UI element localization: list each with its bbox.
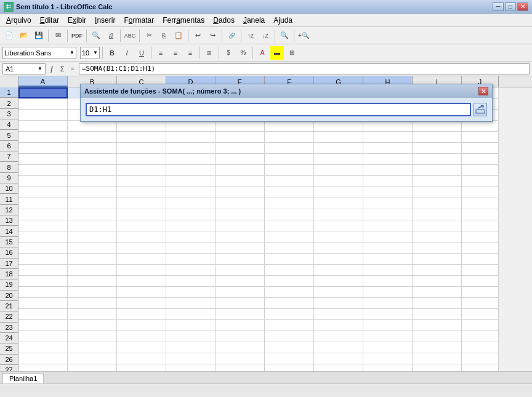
menu-exibir[interactable]: Exibir xyxy=(64,15,90,26)
menu-dados[interactable]: Dados xyxy=(209,15,238,26)
row-header-25[interactable]: 25 xyxy=(0,343,18,354)
row-header-5[interactable]: 5 xyxy=(0,130,18,140)
row-header-10[interactable]: 10 xyxy=(0,183,18,194)
row-header-6[interactable]: 6 xyxy=(0,141,18,151)
redo-button[interactable]: ↪ xyxy=(206,29,219,42)
font-size-arrow: ▼ xyxy=(93,50,98,55)
menu-arquivo[interactable]: Arquivo xyxy=(2,15,35,26)
merge-button[interactable]: ⊞ xyxy=(203,46,216,60)
row-header-14[interactable]: 14 xyxy=(0,226,18,236)
row-header-7[interactable]: 7 xyxy=(0,151,18,162)
row-header-1[interactable]: 1 xyxy=(0,87,18,98)
row-header-20[interactable]: 20 xyxy=(0,291,18,301)
zoom-in-button[interactable]: +🔍 xyxy=(297,29,310,42)
paste-button[interactable]: 📋 xyxy=(172,29,185,42)
separator7 xyxy=(222,30,222,42)
row-header-8[interactable]: 8 xyxy=(0,162,18,172)
row-header-19[interactable]: 19 xyxy=(0,279,18,290)
cut-button[interactable]: ✂ xyxy=(142,29,156,42)
menu-inserir[interactable]: Inserir xyxy=(91,15,119,26)
find-button[interactable]: 🔍 xyxy=(278,29,291,42)
row-header-21[interactable]: 21 xyxy=(0,301,18,311)
font-size-box[interactable]: 10 ▼ xyxy=(80,47,100,59)
menu-ajuda[interactable]: Ajuda xyxy=(270,15,296,26)
separator8 xyxy=(241,30,241,42)
corner-cell xyxy=(0,76,18,87)
row-header-15[interactable]: 15 xyxy=(0,237,18,247)
spellcheck-button[interactable]: ABC xyxy=(123,29,137,42)
menu-ferramentas[interactable]: Ferramentas xyxy=(159,15,208,26)
print-preview-button[interactable]: 🔍 xyxy=(89,29,103,42)
sort-desc-button[interactable]: ↓Z xyxy=(259,29,272,42)
percent-button[interactable]: % xyxy=(236,46,250,60)
bold-button[interactable]: B xyxy=(105,46,119,60)
cell-reference-box[interactable]: A1 ▼ xyxy=(2,63,46,74)
menu-editar[interactable]: Editar xyxy=(36,15,63,26)
table-row xyxy=(18,342,532,353)
row-header-12[interactable]: 12 xyxy=(0,205,18,215)
print-button[interactable]: 🖨 xyxy=(104,29,118,42)
pdf-button[interactable]: PDF xyxy=(70,29,84,42)
row-header-3[interactable]: 3 xyxy=(0,109,18,119)
sheet-tab-1[interactable]: Planilha1 xyxy=(2,373,44,383)
statusbar xyxy=(0,383,532,397)
titlebar: Sem título 1 - LibreOffice Calc ─ □ ✕ xyxy=(0,0,532,14)
row-header-2[interactable]: 2 xyxy=(0,98,18,108)
align-center-button[interactable]: ≡ xyxy=(169,46,182,60)
row-header-26[interactable]: 26 xyxy=(0,355,18,365)
row-header-18[interactable]: 18 xyxy=(0,269,18,279)
grid xyxy=(18,87,532,397)
dialog-shrink-button[interactable] xyxy=(474,103,487,116)
separator9 xyxy=(275,30,275,42)
save-button[interactable]: 💾 xyxy=(32,29,46,42)
open-button[interactable]: 📂 xyxy=(17,29,31,42)
currency-button[interactable]: $ xyxy=(222,46,235,60)
font-color-button[interactable]: A xyxy=(256,46,269,60)
sort-asc-button[interactable]: ↑Z xyxy=(244,29,257,42)
table-row xyxy=(18,320,532,331)
row-header-11[interactable]: 11 xyxy=(0,194,18,204)
row-header-17[interactable]: 17 xyxy=(0,259,18,269)
spreadsheet-area: A B C D E F G H I J 1 2 3 4 5 6 7 8 9 xyxy=(0,76,532,397)
menu-janela[interactable]: Janela xyxy=(240,15,268,26)
maximize-button[interactable]: □ xyxy=(505,2,516,11)
copy-button[interactable]: ⎘ xyxy=(157,29,171,42)
undo-button[interactable]: ↩ xyxy=(191,29,204,42)
email-button[interactable]: ✉ xyxy=(51,29,65,42)
separator6 xyxy=(188,30,188,42)
app-icon xyxy=(4,2,14,12)
hyperlink-button[interactable]: 🔗 xyxy=(225,29,238,42)
row-header-22[interactable]: 22 xyxy=(0,311,18,322)
row-header-4[interactable]: 4 xyxy=(0,119,18,130)
menu-formatar[interactable]: Formatar xyxy=(120,15,158,26)
row-header-24[interactable]: 24 xyxy=(0,333,18,343)
table-row xyxy=(18,154,532,165)
row-header-23[interactable]: 23 xyxy=(0,323,18,333)
underline-button[interactable]: U xyxy=(135,46,148,60)
border-button[interactable]: ⊞ xyxy=(285,46,299,60)
cell-a1[interactable] xyxy=(18,87,68,98)
italic-button[interactable]: I xyxy=(120,46,134,60)
table-row xyxy=(18,187,532,198)
formula-input[interactable] xyxy=(79,63,530,74)
cell-a2[interactable] xyxy=(18,98,68,110)
align-left-button[interactable]: ≡ xyxy=(154,46,167,60)
close-button[interactable]: ✕ xyxy=(517,2,528,11)
cell-ref-arrow: ▼ xyxy=(38,66,42,71)
minimize-button[interactable]: ─ xyxy=(493,2,504,11)
table-row xyxy=(18,198,532,209)
sum-icon[interactable]: Σ xyxy=(58,65,66,73)
row-header-9[interactable]: 9 xyxy=(0,173,18,183)
col-header-a[interactable]: A xyxy=(18,76,68,87)
highlight-button[interactable]: ▬ xyxy=(270,46,284,60)
new-button[interactable]: 📄 xyxy=(2,29,16,42)
equals-icon[interactable]: = xyxy=(69,65,76,73)
dialog-close-button[interactable]: ✕ xyxy=(478,87,488,95)
row-header-16[interactable]: 16 xyxy=(0,247,18,258)
dialog-range-input[interactable] xyxy=(86,103,471,116)
function-wizard-icon[interactable]: ƒ xyxy=(48,65,56,73)
row-header-13[interactable]: 13 xyxy=(0,215,18,226)
align-right-button[interactable]: ≡ xyxy=(183,46,197,60)
cell-ref-value: A1 xyxy=(6,65,38,73)
font-name-box[interactable]: Liberation Sans ▼ xyxy=(2,47,76,59)
